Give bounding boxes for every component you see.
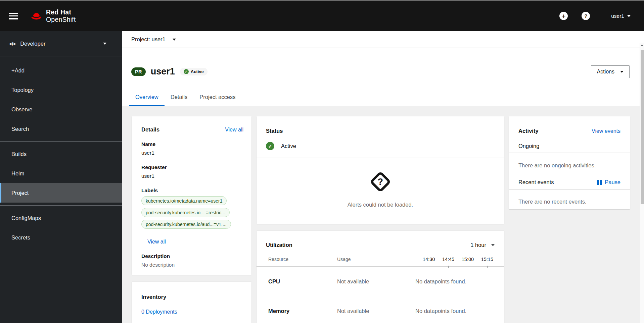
status-card: Status ✓ Active ? Alerts could not be lo… [257, 116, 504, 224]
tab-label: Project access [199, 94, 235, 100]
alerts-empty-state: ? Alerts could not be loaded. [257, 158, 504, 224]
usage-column-header: Usage [337, 257, 415, 262]
status-badge: ✓ Active [180, 68, 208, 75]
sidebar-nav: +Add Topology Observe Search Builds Helm… [0, 56, 122, 247]
chevron-down-icon [173, 39, 176, 41]
sidebar-divider [0, 205, 122, 206]
brand-text: Red Hat OpenShift [46, 9, 76, 23]
app-frame: </> Developer +Add Topology Observe Sear… [0, 31, 644, 323]
details-card: Details View all Name user1 Requester us… [132, 116, 251, 275]
redhat-fedora-icon [31, 11, 42, 21]
name-value: user1 [141, 150, 243, 156]
sidebar-item-label: +Add [11, 67, 25, 74]
page-header: PR user1 ✓ Active Actions [122, 48, 644, 88]
masthead: Red Hat OpenShift + ? user1 [0, 1, 644, 31]
sidebar-item-label: ConfigMaps [11, 215, 41, 221]
dashboard-cards: Details View all Name user1 Requester us… [122, 106, 644, 323]
chevron-down-icon [491, 244, 495, 246]
deployments-link[interactable]: 0 Deployments [141, 309, 177, 315]
perspective-switcher[interactable]: </> Developer [0, 31, 122, 56]
utilization-row-memory: Memory Not available No datapoints found… [257, 296, 504, 323]
tab-label: Overview [135, 94, 158, 100]
description-value: No description [141, 262, 243, 268]
scrollbar-up-icon[interactable] [641, 44, 643, 46]
tab-project-access[interactable]: Project access [193, 88, 241, 106]
label-chip[interactable]: kubernetes.io/metadata.name=user1 [141, 196, 227, 205]
no-ongoing-message: There are no ongoing activities. [509, 153, 630, 169]
time-tick-label: 14:30 [423, 257, 435, 262]
label-chip[interactable]: pod-security.kubernetes.io... =restric..… [141, 208, 230, 217]
masthead-toolbar: + ? user1 [559, 12, 644, 20]
time-tick-label: 15:00 [462, 257, 474, 262]
alerts-message: Alerts could not be loaded. [348, 202, 413, 208]
tab-overview[interactable]: Overview [129, 88, 165, 106]
actions-button[interactable]: Actions [591, 65, 630, 78]
sidebar-item-secrets[interactable]: Secrets [0, 228, 122, 247]
sidebar-item-observe[interactable]: Observe [0, 100, 122, 119]
recent-events-label: Recent events [518, 179, 554, 185]
no-recent-events-message: There are no recent events. [509, 190, 630, 205]
requester-label: Requester [141, 164, 243, 170]
middle-column: Status ✓ Active ? Alerts could not be lo… [257, 116, 504, 323]
project-status-text: Active [281, 143, 296, 149]
utilization-card-title: Utilization [266, 242, 292, 248]
scrollbar-thumb[interactable] [641, 50, 644, 204]
details-view-all-link[interactable]: View all [225, 127, 243, 133]
usage-value: Not available [337, 308, 415, 314]
view-events-link[interactable]: View events [592, 128, 620, 134]
chevron-down-icon [627, 15, 631, 17]
duration-dropdown[interactable]: 1 hour [470, 242, 495, 248]
help-question-circle-icon[interactable]: ? [582, 12, 590, 20]
openshift-console: Red Hat OpenShift + ? user1 </> Develope… [0, 0, 644, 323]
sidebar-item-label: Project [11, 190, 29, 196]
project-status-row: ✓ Active [266, 142, 495, 158]
sidebar-item-search[interactable]: Search [0, 119, 122, 139]
pause-events-button[interactable]: Pause [597, 179, 620, 185]
status-badge-label: Active [191, 69, 204, 74]
vertical-scrollbar[interactable] [640, 43, 644, 323]
unknown-status-icon: ? [369, 171, 391, 193]
user-menu[interactable]: user1 [611, 13, 631, 19]
perspective-label: Developer [20, 41, 45, 47]
tab-label: Details [171, 94, 187, 100]
usage-value: Not available [337, 278, 415, 285]
page-title: user1 [151, 66, 175, 77]
requester-value: user1 [141, 173, 243, 179]
project-selector[interactable]: Project: user1 [122, 31, 644, 48]
sidebar-item-label: Topology [11, 87, 34, 93]
resource-name: Memory [268, 308, 337, 314]
datapoints-message: No datapoints found. [415, 278, 494, 285]
label-chip[interactable]: pod-security.kubernetes.io/aud...=v1.... [141, 220, 231, 229]
sidebar-item-add[interactable]: +Add [0, 61, 122, 80]
sidebar-divider [0, 141, 122, 142]
resource-name: CPU [268, 278, 337, 285]
sidebar-item-configmaps[interactable]: ConfigMaps [0, 208, 122, 228]
inventory-card: Inventory 0 Deployments [132, 282, 251, 323]
sidebar-item-builds[interactable]: Builds [0, 144, 122, 164]
inventory-card-title: Inventory [141, 294, 166, 300]
sidebar-item-project[interactable]: Project [0, 183, 122, 203]
chevron-down-icon [620, 71, 624, 73]
datapoints-message: No datapoints found. [415, 308, 494, 314]
ongoing-section-label: Ongoing [509, 134, 630, 153]
main-content: Project: user1 PR user1 ✓ Active Actions… [122, 31, 644, 323]
tab-bar: Overview Details Project access [122, 88, 644, 106]
labels-view-all-link[interactable]: View all [147, 239, 166, 245]
pause-button-label: Pause [605, 179, 620, 185]
redhat-openshift-logo: Red Hat OpenShift [31, 9, 76, 23]
project-selector-label: Project: user1 [131, 36, 166, 43]
left-column: Details View all Name user1 Requester us… [132, 116, 251, 323]
sidebar-item-topology[interactable]: Topology [0, 80, 122, 100]
brand-line1: Red Hat [46, 9, 76, 16]
labels-label: Labels [141, 187, 243, 194]
duration-dropdown-label: 1 hour [470, 242, 486, 248]
actions-button-label: Actions [597, 69, 614, 75]
check-circle-icon: ✓ [184, 69, 189, 74]
tab-details[interactable]: Details [165, 88, 193, 106]
sidebar-item-label: Observe [11, 106, 32, 113]
chevron-down-icon [103, 43, 106, 45]
add-plus-circle-icon[interactable]: + [559, 12, 568, 20]
hamburger-menu-icon[interactable] [9, 13, 18, 19]
code-icon: </> [9, 41, 15, 47]
sidebar-item-helm[interactable]: Helm [0, 164, 122, 183]
